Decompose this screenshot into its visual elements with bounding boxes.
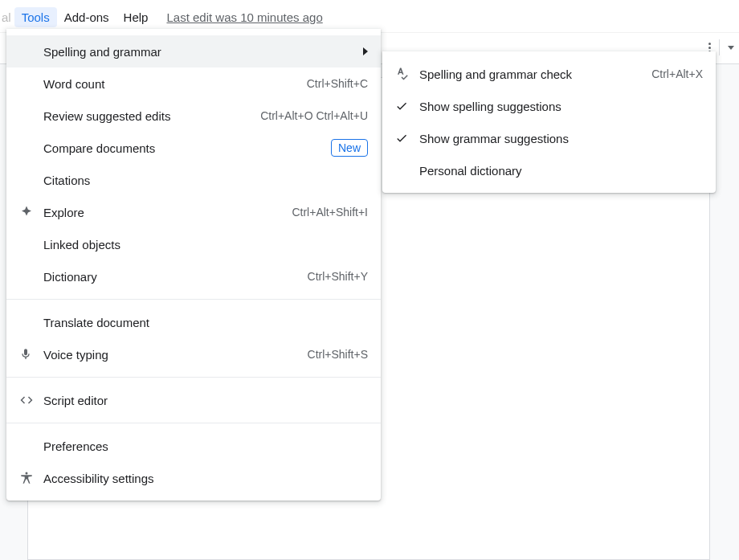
menu-item-word-count[interactable]: Word count Ctrl+Shift+C <box>6 67 381 100</box>
menu-item-label: Voice typing <box>43 348 298 362</box>
menu-item-review-edits[interactable]: Review suggested edits Ctrl+Alt+O Ctrl+A… <box>6 100 381 132</box>
caret-down-icon[interactable] <box>728 46 734 50</box>
spellcheck-icon <box>395 67 419 81</box>
menubar-item-tools[interactable]: Tools <box>14 7 57 27</box>
menu-item-label: Word count <box>43 77 297 91</box>
checkmark-icon <box>395 100 419 112</box>
menu-item-label: Dictionary <box>43 270 298 284</box>
tools-menu: Spelling and grammar Word count Ctrl+Shi… <box>6 29 381 501</box>
menubar-item-help[interactable]: Help <box>116 7 156 27</box>
menu-separator <box>6 299 381 300</box>
menu-item-dictionary[interactable]: Dictionary Ctrl+Shift+Y <box>6 260 381 292</box>
menu-item-explore[interactable]: Explore Ctrl+Alt+Shift+I <box>6 196 381 228</box>
menubar-item-addons[interactable]: Add-ons <box>57 7 116 27</box>
submenu-arrow-icon <box>363 47 368 55</box>
menu-item-label: Review suggested edits <box>43 109 251 123</box>
menu-separator <box>6 377 381 378</box>
menu-separator <box>6 423 381 423</box>
menu-item-label: Citations <box>43 174 368 187</box>
menu-item-shortcut: Ctrl+Alt+O Ctrl+Alt+U <box>260 109 368 122</box>
last-edit-link[interactable]: Last edit was 10 minutes ago <box>166 10 322 24</box>
menu-item-label: Linked objects <box>43 238 368 251</box>
menu-item-label: Compare documents <box>43 141 331 155</box>
accessibility-icon <box>19 471 43 485</box>
microphone-icon <box>19 347 43 362</box>
menu-item-compare-docs[interactable]: Compare documents New <box>6 132 381 164</box>
code-icon <box>19 393 43 407</box>
menu-item-shortcut: Ctrl+Shift+Y <box>308 270 368 283</box>
menu-item-accessibility[interactable]: Accessibility settings <box>6 462 381 494</box>
menu-item-shortcut: Ctrl+Shift+C <box>307 77 368 90</box>
menu-item-voice-typing[interactable]: Voice typing Ctrl+Shift+S <box>6 338 381 370</box>
menu-item-translate[interactable]: Translate document <box>6 306 381 338</box>
spelling-grammar-submenu: Spelling and grammar check Ctrl+Alt+X Sh… <box>382 51 716 193</box>
explore-icon <box>19 205 43 219</box>
menu-item-label: Accessibility settings <box>43 472 368 485</box>
menu-item-label: Show spelling suggestions <box>419 100 703 113</box>
menu-item-preferences[interactable]: Preferences <box>6 430 381 462</box>
toolbar-divider <box>719 39 720 55</box>
menu-item-label: Preferences <box>43 439 368 453</box>
menu-item-shortcut: Ctrl+Alt+X <box>651 67 703 80</box>
menubar: al Tools Add-ons Help Last edit was 10 m… <box>0 5 323 29</box>
menu-item-spelling-grammar[interactable]: Spelling and grammar <box>6 35 381 67</box>
menu-item-citations[interactable]: Citations <box>6 164 381 196</box>
new-badge: New <box>331 139 368 157</box>
menu-item-script-editor[interactable]: Script editor <box>6 384 381 416</box>
menu-item-label: Spelling and grammar <box>43 45 357 59</box>
submenu-item-show-spelling[interactable]: Show spelling suggestions <box>382 90 716 122</box>
submenu-item-show-grammar[interactable]: Show grammar suggestions <box>382 122 716 154</box>
submenu-item-personal-dictionary[interactable]: Personal dictionary <box>382 154 716 186</box>
menubar-clipped-text: al <box>0 10 14 24</box>
menu-item-label: Translate document <box>43 316 368 329</box>
menu-item-shortcut: Ctrl+Alt+Shift+I <box>292 206 368 219</box>
checkmark-icon <box>395 132 419 145</box>
menu-item-label: Show grammar suggestions <box>419 132 703 145</box>
menu-item-label: Spelling and grammar check <box>419 67 642 81</box>
submenu-item-check[interactable]: Spelling and grammar check Ctrl+Alt+X <box>382 58 716 90</box>
menu-item-shortcut: Ctrl+Shift+S <box>308 348 368 361</box>
menu-item-linked-objects[interactable]: Linked objects <box>6 228 381 260</box>
menu-item-label: Explore <box>43 206 282 219</box>
menu-item-label: Script editor <box>43 394 368 407</box>
menu-item-label: Personal dictionary <box>419 164 703 178</box>
